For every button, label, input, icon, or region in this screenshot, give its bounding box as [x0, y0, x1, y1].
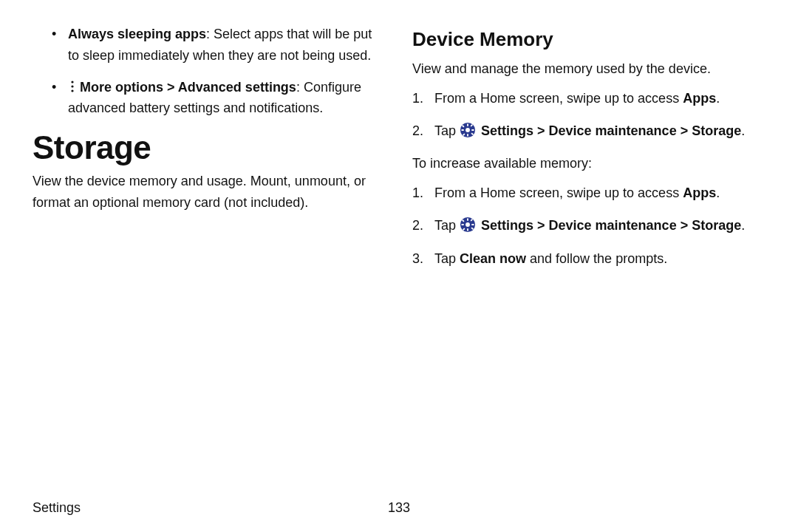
svg-point-1: [71, 85, 73, 87]
footer-page-number: 133: [388, 500, 410, 516]
manual-page: Always sleeping apps: Select apps that w…: [0, 0, 798, 532]
step-text-post: .: [741, 218, 745, 233]
svg-rect-18: [471, 224, 474, 225]
step-bold: Clean now: [460, 251, 526, 266]
storage-heading: Storage: [33, 129, 386, 166]
step-number: 3.: [412, 248, 430, 270]
bullet-lead-bold: Always sleeping apps: [68, 27, 206, 41]
steps-list-1: 1. From a Home screen, swipe up to acces…: [412, 87, 765, 143]
svg-rect-17: [461, 224, 464, 225]
more-options-icon: [68, 80, 77, 93]
svg-rect-6: [467, 134, 468, 137]
step-text-post: .: [741, 123, 745, 138]
step-item: 1. From a Home screen, swipe up to acces…: [412, 182, 765, 205]
step-item: 2. Tap: [412, 214, 765, 237]
bullet-lead-bold: More options > Advanced settings: [80, 80, 296, 95]
step-item: 3. Tap Clean now and follow the prompts.: [412, 248, 765, 270]
step-text-pre: Tap: [434, 251, 460, 266]
step-number: 1.: [412, 87, 430, 110]
step-text-post: .: [716, 185, 720, 200]
step-text-pre: From a Home screen, swipe up to access: [434, 91, 683, 106]
page-footer: Settings 133: [33, 500, 765, 516]
step-bold: Apps: [683, 91, 716, 106]
storage-para: View the device memory and usage. Mount,…: [33, 171, 386, 214]
step-text-pre: From a Home screen, swipe up to access: [434, 185, 683, 200]
svg-rect-7: [461, 129, 464, 131]
device-memory-para: View and manage the memory used by the d…: [412, 58, 765, 80]
device-memory-heading: Device Memory: [412, 28, 765, 51]
step-text-pre: Tap: [434, 123, 460, 138]
right-column: Device Memory View and manage the memory…: [412, 24, 765, 502]
bullet-more-options: More options > Advanced settings: Config…: [52, 77, 386, 120]
step-text-post: and follow the prompts.: [526, 251, 667, 266]
settings-icon: [460, 216, 476, 233]
left-column: Always sleeping apps: Select apps that w…: [33, 24, 386, 502]
steps-list-2: 1. From a Home screen, swipe up to acces…: [412, 182, 765, 270]
step-number: 2.: [412, 214, 430, 237]
settings-icon: [460, 122, 476, 138]
bullet-always-sleeping: Always sleeping apps: Select apps that w…: [52, 24, 386, 66]
svg-point-14: [466, 222, 470, 227]
footer-section-label: Settings: [33, 500, 81, 516]
step-bold: Settings > Device maintenance > Storage: [477, 123, 741, 138]
step-bold: Settings > Device maintenance > Storage: [477, 218, 741, 233]
step-number: 2.: [412, 120, 430, 143]
battery-bullets: Always sleeping apps: Select apps that w…: [52, 24, 386, 119]
svg-rect-16: [467, 228, 468, 231]
step-number: 1.: [412, 182, 430, 205]
step-text-pre: Tap: [434, 218, 460, 233]
svg-rect-5: [467, 124, 468, 127]
step-bold: Apps: [683, 185, 716, 200]
svg-point-4: [466, 128, 470, 132]
increase-memory-para: To increase available memory:: [412, 153, 765, 174]
step-item: 1. From a Home screen, swipe up to acces…: [412, 87, 765, 110]
svg-point-2: [71, 89, 73, 92]
svg-point-0: [71, 81, 73, 83]
step-text-post: .: [716, 91, 720, 106]
svg-rect-8: [471, 129, 474, 131]
svg-rect-15: [467, 219, 468, 222]
step-item: 2. Tap: [412, 120, 765, 143]
